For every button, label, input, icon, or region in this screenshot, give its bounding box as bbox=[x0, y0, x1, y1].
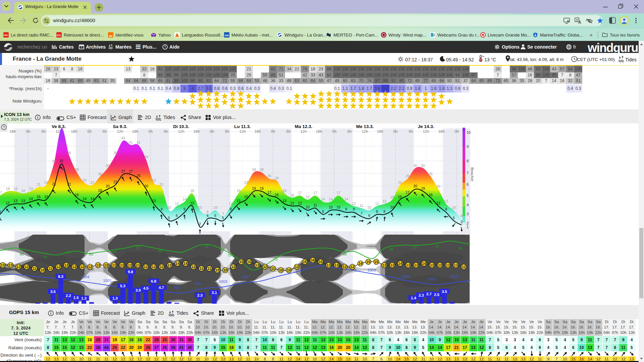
svg-text:12: 12 bbox=[231, 265, 235, 269]
svg-text:0h: 0h bbox=[88, 129, 92, 133]
svg-text:18h: 18h bbox=[71, 129, 77, 133]
svg-text:13: 13 bbox=[438, 263, 442, 267]
svg-text:22: 22 bbox=[44, 180, 48, 184]
svg-text:15: 15 bbox=[366, 260, 370, 264]
svg-text:12h: 12h bbox=[117, 129, 123, 133]
svg-text:10: 10 bbox=[279, 268, 283, 272]
svg-text:24: 24 bbox=[275, 176, 279, 180]
svg-text:15: 15 bbox=[244, 195, 248, 199]
svg-text:21: 21 bbox=[37, 182, 41, 186]
svg-text:80: 80 bbox=[20, 252, 24, 256]
svg-text:12: 12 bbox=[160, 265, 164, 269]
svg-text:19: 19 bbox=[421, 186, 425, 190]
svg-text:13: 13 bbox=[430, 263, 434, 267]
svg-text:7: 7 bbox=[467, 171, 469, 175]
svg-text:14: 14 bbox=[422, 261, 426, 265]
svg-text:11: 11 bbox=[208, 266, 211, 270]
svg-text:18: 18 bbox=[190, 189, 194, 193]
svg-text:12: 12 bbox=[295, 265, 299, 269]
svg-text:3.5: 3.5 bbox=[50, 290, 56, 294]
svg-text:RMC: RMC bbox=[4, 34, 8, 36]
svg-text:6h: 6h bbox=[164, 129, 168, 133]
svg-text:14: 14 bbox=[321, 197, 325, 201]
svg-text:18h: 18h bbox=[254, 129, 261, 133]
svg-text:3.5: 3.5 bbox=[442, 290, 447, 294]
svg-text:18h: 18h bbox=[316, 129, 322, 133]
svg-text:14: 14 bbox=[83, 197, 87, 201]
svg-text:1003: 1003 bbox=[427, 277, 435, 281]
svg-text:10: 10 bbox=[215, 268, 219, 272]
svg-text:12: 12 bbox=[56, 265, 60, 269]
svg-text:15: 15 bbox=[239, 260, 243, 264]
svg-text:15: 15 bbox=[247, 260, 251, 264]
svg-text:6h: 6h bbox=[409, 129, 413, 133]
svg-text:9: 9 bbox=[445, 207, 447, 211]
svg-text:80: 80 bbox=[343, 252, 347, 256]
svg-text:15: 15 bbox=[37, 195, 41, 199]
svg-text:1.5: 1.5 bbox=[73, 296, 79, 300]
svg-text:26: 26 bbox=[429, 172, 433, 176]
svg-text:1.3: 1.3 bbox=[112, 296, 118, 300]
svg-text:mb: mb bbox=[225, 34, 229, 37]
svg-text:4.7: 4.7 bbox=[159, 286, 164, 290]
svg-text:16: 16 bbox=[311, 258, 315, 262]
svg-text:Lu 11.3.: Lu 11.3. bbox=[234, 124, 251, 129]
svg-text:26: 26 bbox=[98, 172, 102, 176]
svg-text:13: 13 bbox=[406, 263, 410, 267]
svg-text:10: 10 bbox=[198, 205, 202, 209]
svg-text:28: 28 bbox=[260, 168, 264, 172]
svg-text:6: 6 bbox=[467, 182, 469, 186]
svg-text:17: 17 bbox=[0, 191, 2, 195]
svg-text:41: 41 bbox=[129, 140, 133, 144]
svg-text:14: 14 bbox=[176, 261, 180, 265]
svg-text:25: 25 bbox=[267, 174, 271, 178]
svg-text:8: 8 bbox=[376, 209, 378, 214]
svg-text:92: 92 bbox=[205, 244, 209, 248]
svg-text:13: 13 bbox=[152, 199, 156, 203]
svg-text:15: 15 bbox=[319, 260, 323, 264]
svg-text:20: 20 bbox=[436, 184, 440, 188]
svg-text:10: 10 bbox=[306, 205, 310, 209]
svg-text:12: 12 bbox=[72, 265, 76, 269]
svg-text:1003: 1003 bbox=[219, 280, 227, 284]
svg-text:12: 12 bbox=[375, 201, 379, 205]
svg-text:14: 14 bbox=[90, 197, 94, 201]
svg-text:13: 13 bbox=[120, 263, 124, 267]
svg-text:9: 9 bbox=[183, 207, 185, 211]
svg-text:15: 15 bbox=[303, 260, 307, 264]
svg-text:10: 10 bbox=[287, 268, 291, 272]
svg-text:Je 14.3.: Je 14.3. bbox=[418, 124, 434, 129]
svg-text:15: 15 bbox=[374, 260, 378, 264]
svg-text:2.2: 2.2 bbox=[66, 294, 71, 298]
svg-text:13: 13 bbox=[112, 263, 116, 267]
svg-text:25: 25 bbox=[137, 174, 141, 178]
svg-text:0h: 0h bbox=[332, 129, 337, 133]
svg-text:13: 13 bbox=[390, 263, 394, 267]
svg-text:1001: 1001 bbox=[103, 279, 112, 283]
svg-text:22: 22 bbox=[90, 180, 94, 184]
svg-text:10: 10 bbox=[329, 205, 333, 209]
svg-text:88: 88 bbox=[389, 247, 393, 251]
svg-text:19: 19 bbox=[29, 187, 33, 191]
svg-text:Ma 12.3.: Ma 12.3. bbox=[295, 124, 313, 129]
svg-text:13: 13 bbox=[414, 263, 418, 267]
svg-text:10: 10 bbox=[336, 205, 340, 209]
svg-text:13: 13 bbox=[128, 263, 132, 267]
svg-text:41: 41 bbox=[137, 140, 141, 144]
svg-text:18: 18 bbox=[21, 189, 25, 193]
svg-text:84: 84 bbox=[112, 250, 116, 254]
svg-text:6h: 6h bbox=[347, 129, 352, 133]
svg-text:19: 19 bbox=[260, 186, 264, 190]
svg-text:82: 82 bbox=[89, 252, 93, 256]
svg-text:12: 12 bbox=[24, 265, 29, 269]
svg-text:Beaufort: Beaufort bbox=[470, 167, 474, 181]
svg-text:3.9: 3.9 bbox=[136, 288, 141, 292]
svg-text:2.5: 2.5 bbox=[434, 293, 440, 297]
svg-text:16: 16 bbox=[275, 193, 279, 197]
svg-text:1004: 1004 bbox=[80, 275, 89, 279]
svg-text:7: 7 bbox=[222, 212, 224, 216]
svg-text:15: 15 bbox=[390, 195, 394, 199]
svg-text:17: 17 bbox=[336, 191, 340, 195]
svg-text:6h: 6h bbox=[225, 129, 229, 133]
svg-text:30: 30 bbox=[413, 164, 417, 168]
